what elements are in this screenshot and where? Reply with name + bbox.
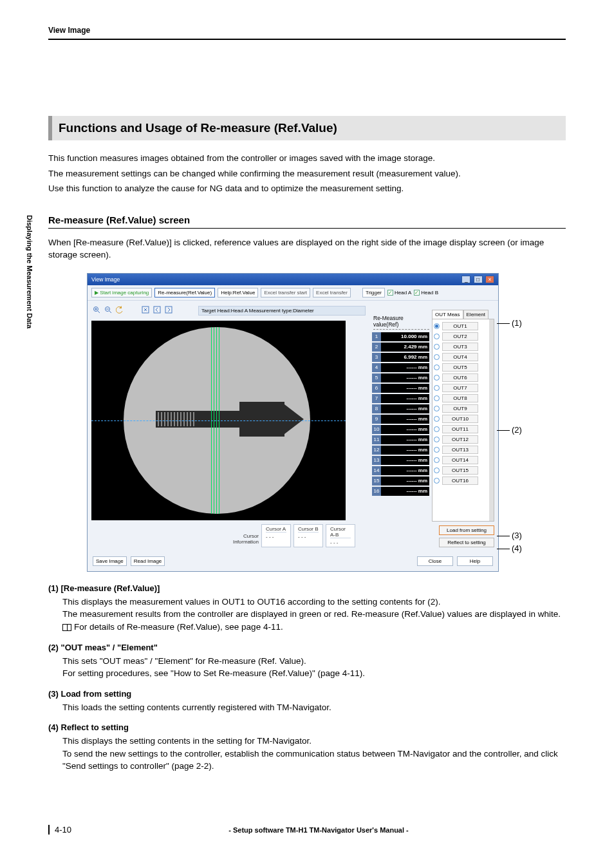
svg-rect-9 [165,307,172,313]
value-row: 8------ mm [372,404,429,413]
window-titlebar: View Image _ □ × [88,274,498,285]
out-row[interactable]: OUT1 [434,322,492,330]
save-image-button[interactable]: Save Image [93,556,127,566]
help-button[interactable]: Help [457,556,493,566]
value-row: 110.000 mm [372,332,429,341]
out-row[interactable]: OUT9 [434,404,492,413]
screenshot-window: View Image _ □ × ▶ Start image capturing… [87,273,499,572]
help-refvalue-button[interactable]: Help:Ref.Value [218,288,258,297]
start-capturing-button[interactable]: ▶ Start image capturing [91,288,152,297]
trigger-button[interactable]: Trigger [362,288,385,297]
out-row[interactable]: OUT7 [434,384,492,392]
info-bar: Target Head:Head A Measurement type:Diam… [198,306,366,316]
out-row[interactable]: OUT11 [434,425,492,433]
zoom-in-icon[interactable] [93,306,100,314]
tab-element[interactable]: Element [463,310,488,319]
out-row[interactable]: OUT14 [434,456,492,464]
out-row[interactable]: OUT15 [434,466,492,475]
close-icon[interactable]: × [485,276,494,283]
next-icon[interactable] [165,306,172,314]
prev-icon[interactable] [153,306,161,314]
values-panel: Re-Measure value(Ref) 110.000 mm22.429 m… [369,301,431,551]
item-3-head: (3) Load from setting [48,689,566,699]
value-row: 10------ mm [372,425,429,434]
item-1-head: (1) [Re-measure (Ref.Value)] [48,583,566,593]
item-2-line: This sets "OUT meas" / "Element" for Re-… [62,655,566,668]
item-1-ref: For details of Re-measure (Ref.Value), s… [74,622,283,632]
value-row: 22.429 mm [372,343,429,352]
out-row[interactable]: OUT3 [434,343,492,351]
callout-2: (2) [512,425,522,435]
intro-line: The measurement settings can be changed … [48,167,566,180]
book-icon [62,624,71,631]
value-row: 6------ mm [372,384,429,393]
item-2-head: (2) "OUT meas" / "Element" [48,643,566,652]
zoom-out-icon[interactable] [104,306,112,314]
item-4-head: (4) Reflect to setting [48,722,566,732]
sub-heading: Re-measure (Ref.Value) screen [48,214,566,229]
out-row[interactable]: OUT16 [434,476,492,485]
tab-out-meas[interactable]: OUT Meas [432,310,463,319]
page-number: 4-10 [48,825,71,835]
fit-icon[interactable] [142,306,149,314]
item-4-line: This displays the setting contents in th… [62,735,566,748]
window-title: View Image [91,276,120,283]
svg-line-1 [98,311,100,313]
intro-line: This function measures images obtained f… [48,152,566,165]
load-from-setting-button[interactable]: Load from setting [439,525,494,535]
manual-title: - Setup software TM-H1 TM-Navigator User… [71,826,566,834]
item-1-line: The measurement results from the control… [62,608,566,621]
svg-line-5 [109,311,111,313]
values-header: Re-Measure value(Ref) [373,315,429,330]
value-row: 15------ mm [372,476,429,486]
head-b-checkbox[interactable]: ✓Head B [414,290,438,296]
undo-icon[interactable] [116,306,124,314]
sub-para: When [Re-measure (Ref.Value)] is clicked… [48,236,566,261]
item-2-line: For setting procedures, see "How to Set … [62,667,566,680]
callout-1: (1) [512,318,522,328]
value-row: 14------ mm [372,466,429,475]
toolbar: ▶ Start image capturing Re-measure(Ref.V… [88,285,498,301]
value-row: 4------ mm [372,363,429,372]
out-row[interactable]: OUT13 [434,446,492,454]
callout-4: (4) [512,543,522,553]
value-row: 7------ mm [372,394,429,403]
out-row[interactable]: OUT6 [434,373,492,382]
cursor-info: Cursor Information Cursor A- - - Cursor … [91,520,366,547]
page-footer: 4-10 - Setup software TM-H1 TM-Navigator… [48,825,566,835]
value-row: 36.992 mm [372,353,429,362]
out-row[interactable]: OUT4 [434,353,492,361]
out-panel: OUT Meas Element OUT1OUT2OUT3OUT4OUT5OUT… [431,301,498,551]
out-row[interactable]: OUT2 [434,332,492,341]
window-footer: Save Image Read Image Close Help [88,551,498,571]
out-row[interactable]: OUT12 [434,435,492,444]
description-list: (1) [Re-measure (Ref.Value)] This displa… [48,583,566,773]
value-row: 9------ mm [372,415,429,424]
close-button[interactable]: Close [417,556,453,566]
section-title: Functions and Usage of Re-measure (Ref.V… [48,116,566,140]
intro-line: Use this function to analyze the cause f… [48,182,566,195]
callout-3: (3) [512,531,522,540]
read-image-button[interactable]: Read Image [131,556,165,566]
head-a-checkbox[interactable]: ✓Head A [387,290,411,296]
reflect-to-setting-button[interactable]: Reflect to setting [439,538,494,547]
maximize-icon[interactable]: □ [474,276,483,283]
image-panel: Target Head:Head A Measurement type:Diam… [88,301,369,551]
page-header: View Image [48,26,566,40]
measurement-image [91,321,346,520]
out-row[interactable]: OUT5 [434,363,492,372]
remeasure-button[interactable]: Re-measure(Ref.Value) [154,288,215,297]
out-list: OUT1OUT2OUT3OUT4OUT5OUT6OUT7OUT8OUT9OUT1… [432,319,494,522]
item-4-line: To send the new settings to the controll… [62,748,566,773]
minimize-icon[interactable]: _ [461,276,470,283]
value-row: 11------ mm [372,435,429,444]
out-row[interactable]: OUT10 [434,415,492,423]
out-row[interactable]: OUT8 [434,394,492,402]
item-1-line: This displays the measurement values in … [62,596,566,609]
content: Functions and Usage of Re-measure (Ref.V… [48,116,566,782]
value-row: 13------ mm [372,456,429,465]
excel-transfer-start-button[interactable]: Excel transfer start [261,288,310,297]
side-tab: Displaying the Measurement Data [24,212,35,361]
excel-transfer-button[interactable]: Excel transfer [313,288,351,297]
value-row: 5------ mm [372,373,429,382]
